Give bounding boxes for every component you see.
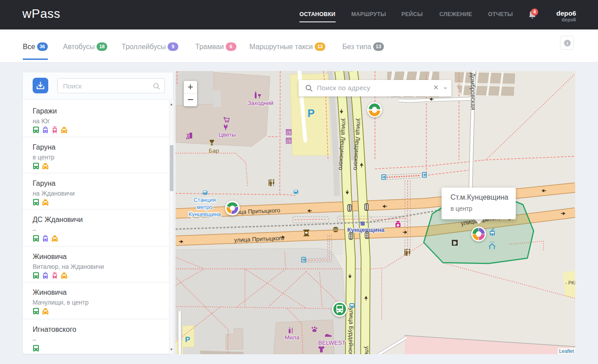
svg-text:Мила: Мила <box>285 334 300 341</box>
svg-text:Кунцевщина: Кунцевщина <box>189 211 221 218</box>
svg-text:улица Бурдейного: улица Бурдейного <box>347 308 355 354</box>
svg-text:улица Б: улица Б <box>363 346 371 354</box>
svg-text:Станция: Станция <box>194 197 215 203</box>
svg-text:Заходний: Заходний <box>248 100 274 106</box>
svg-text:метро: метро <box>197 204 213 210</box>
svg-text:Бар: Бар <box>209 147 219 154</box>
svg-text:BELWEST: BELWEST <box>318 339 345 346</box>
svg-text:P: P <box>185 335 190 344</box>
svg-text:Цветы: Цветы <box>219 131 236 138</box>
svg-text:P: P <box>307 107 315 119</box>
svg-text:- PKI: - PKI <box>565 280 575 285</box>
svg-text:Домбровская: Домбровская <box>469 73 476 110</box>
